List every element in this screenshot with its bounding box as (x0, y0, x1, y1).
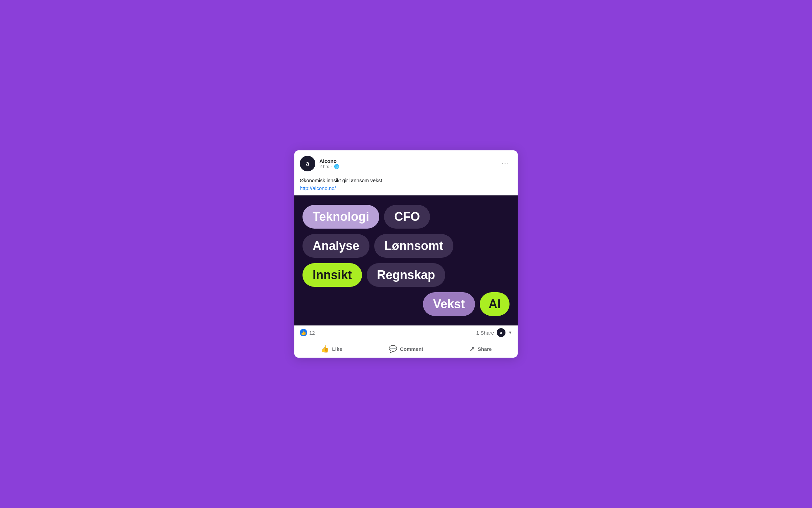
tag-analyse: Analyse (302, 234, 369, 258)
post-header-left: a Aicono 2 hrs · 🌐 (300, 156, 339, 171)
tag-innsikt: Innsikt (302, 263, 362, 287)
share-icon: ↗ (469, 345, 475, 353)
user-avatar-small: a (497, 328, 505, 337)
like-button[interactable]: 👍 Like (294, 341, 369, 356)
comment-icon: 💬 (389, 345, 397, 353)
post-header: a Aicono 2 hrs · 🌐 ··· (294, 150, 518, 175)
like-icon: 👍 (321, 345, 329, 353)
comment-label: Comment (400, 346, 423, 352)
post-meta: Aicono 2 hrs · 🌐 (319, 158, 339, 169)
tags-row-1: Teknologi CFO (302, 205, 510, 229)
share-button[interactable]: ↗ Share (443, 341, 518, 356)
globe-icon: 🌐 (334, 164, 339, 169)
reactions-count: 12 (309, 330, 315, 336)
tags-row-2: Analyse Lønnsomt (302, 234, 510, 258)
share-count: 1 Share (476, 330, 494, 336)
tag-lonnsomt: Lønnsomt (374, 234, 453, 258)
tag-regnskap: Regnskap (367, 263, 445, 287)
tag-teknologi: Teknologi (302, 205, 379, 229)
more-options-button[interactable]: ··· (499, 158, 512, 169)
dropdown-arrow-icon[interactable]: ▼ (508, 330, 512, 335)
reactions-right: 1 Share a ▼ (476, 328, 512, 337)
tags-row-3: Innsikt Regnskap (302, 263, 510, 287)
share-label: Share (478, 346, 492, 352)
post-author: Aicono (319, 158, 339, 164)
reactions-bar: 👍 12 1 Share a ▼ (294, 325, 518, 340)
like-emoji-icon: 👍 (300, 329, 307, 336)
avatar: a (300, 156, 315, 171)
post-time: 2 hrs · 🌐 (319, 164, 339, 169)
tag-cfo: CFO (384, 205, 430, 229)
comment-button[interactable]: 💬 Comment (369, 341, 443, 356)
tag-ai: AI (480, 292, 510, 316)
post-caption: Økonomisk innsikt gir lønnsom vekst (300, 177, 512, 184)
post-link[interactable]: http://aicono.no/ (300, 185, 336, 191)
post-image: Teknologi CFO Analyse Lønnsomt Innsikt R… (294, 195, 518, 325)
facebook-post-card: a Aicono 2 hrs · 🌐 ··· Økonomisk innsikt… (294, 150, 518, 358)
tag-vekst: Vekst (423, 292, 475, 316)
action-bar: 👍 Like 💬 Comment ↗ Share (294, 340, 518, 358)
tags-row-4: Vekst AI (302, 292, 510, 316)
post-text: Økonomisk innsikt gir lønnsom vekst http… (294, 175, 518, 195)
reactions-left: 👍 12 (300, 329, 315, 336)
like-label: Like (332, 346, 342, 352)
